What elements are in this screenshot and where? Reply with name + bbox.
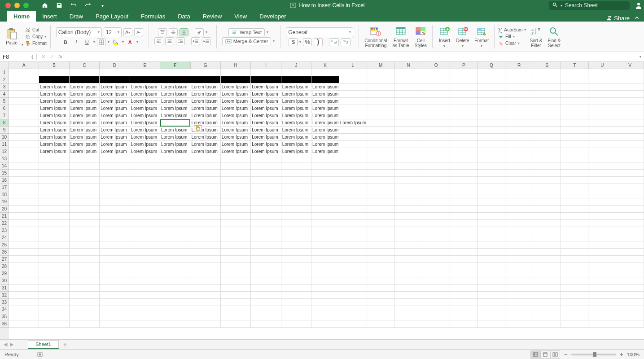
cell-C15[interactable] — [70, 170, 100, 177]
cell-B35[interactable] — [39, 313, 69, 320]
cell-I29[interactable] — [251, 270, 281, 277]
clear-button[interactable]: Clear▾ — [498, 40, 526, 47]
cell-O22[interactable] — [422, 220, 450, 227]
page-break-view-button[interactable] — [550, 350, 560, 359]
cell-J10[interactable]: Lorem Ipsum — [281, 134, 311, 141]
cell-L22[interactable] — [339, 220, 367, 227]
cell-I3[interactable]: Lorem Ipsum — [251, 83, 281, 91]
cell-N27[interactable] — [394, 256, 422, 263]
cell-H8[interactable]: Lorem Ipsum — [221, 119, 251, 127]
cell-M26[interactable] — [367, 249, 395, 256]
cell-L4[interactable] — [339, 91, 367, 98]
cell-N25[interactable] — [394, 241, 422, 249]
cell-I21[interactable] — [251, 213, 281, 220]
cell-B23[interactable] — [39, 227, 69, 234]
cell-R29[interactable] — [505, 270, 533, 277]
format-as-table-button[interactable]: Format as Table — [390, 25, 411, 49]
cell-P4[interactable] — [450, 91, 478, 98]
cell-U32[interactable] — [588, 292, 616, 299]
cell-F19[interactable] — [160, 198, 190, 206]
cell-Q20[interactable] — [478, 206, 505, 213]
cell-S24[interactable] — [533, 234, 561, 241]
cell-F22[interactable] — [160, 220, 190, 227]
cell-R28[interactable] — [505, 263, 533, 270]
cell-M30[interactable] — [367, 277, 395, 285]
cell-S7[interactable] — [533, 112, 561, 119]
cell-I32[interactable] — [251, 292, 281, 299]
cell-P34[interactable] — [450, 306, 478, 313]
bold-button[interactable]: B — [61, 38, 70, 46]
redo-icon[interactable] — [84, 2, 92, 9]
cell-Q4[interactable] — [478, 91, 505, 98]
align-right-button[interactable] — [176, 37, 185, 45]
cell-Q29[interactable] — [478, 270, 505, 277]
column-header-T[interactable]: T — [561, 62, 589, 69]
cell-E11[interactable]: Lorem Ipsum — [130, 141, 160, 148]
cell-G7[interactable]: Lorem Ipsum — [190, 112, 220, 119]
cell-N8[interactable] — [394, 119, 422, 127]
cell-K3[interactable]: Lorem Ipsum — [311, 83, 339, 91]
number-format-combo[interactable]: General▾ — [286, 27, 353, 37]
cell-M24[interactable] — [367, 234, 395, 241]
macro-record-icon[interactable] — [37, 351, 43, 358]
cell-D9[interactable]: Lorem Ipsum — [100, 127, 130, 134]
cell-T32[interactable] — [561, 292, 589, 299]
cell-G10[interactable]: Lorem Ipsum — [190, 134, 220, 141]
cell-C24[interactable] — [70, 234, 100, 241]
cell-M20[interactable] — [367, 206, 395, 213]
cell-J30[interactable] — [281, 277, 311, 285]
cell-K9[interactable]: Lorem Ipsum — [311, 127, 339, 134]
row-header-31[interactable]: 31 — [0, 285, 9, 292]
cell-D17[interactable] — [100, 184, 130, 191]
cell-A14[interactable] — [9, 162, 39, 170]
cell-Q17[interactable] — [478, 184, 505, 191]
cell-S20[interactable] — [533, 206, 561, 213]
cell-H11[interactable]: Lorem Ipsum — [221, 141, 251, 148]
cell-T10[interactable] — [561, 134, 589, 141]
cell-R5[interactable] — [505, 98, 533, 105]
cell-B11[interactable]: Lorem Ipsum — [39, 141, 69, 148]
cell-Q16[interactable] — [478, 177, 505, 184]
cell-P16[interactable] — [450, 177, 478, 184]
cell-V7[interactable] — [616, 112, 644, 119]
enter-formula-icon[interactable]: ✓ — [50, 54, 54, 60]
cell-Q12[interactable] — [478, 148, 505, 155]
cell-J25[interactable] — [281, 241, 311, 249]
cell-K31[interactable] — [311, 285, 339, 292]
cell-V8[interactable] — [616, 119, 644, 127]
cell-R8[interactable] — [505, 119, 533, 127]
cell-K14[interactable] — [311, 162, 339, 170]
row-header-25[interactable]: 25 — [0, 241, 9, 249]
cell-I31[interactable] — [251, 285, 281, 292]
cell-S22[interactable] — [533, 220, 561, 227]
cell-R3[interactable] — [505, 83, 533, 91]
cell-T24[interactable] — [561, 234, 589, 241]
cell-J34[interactable] — [281, 306, 311, 313]
cell-Q5[interactable] — [478, 98, 505, 105]
cell-T33[interactable] — [561, 299, 589, 306]
cell-E17[interactable] — [130, 184, 160, 191]
cell-I4[interactable]: Lorem Ipsum — [251, 91, 281, 98]
cell-R19[interactable] — [505, 198, 533, 206]
cell-C5[interactable]: Lorem Ipsum — [70, 98, 100, 105]
cell-F21[interactable] — [160, 213, 190, 220]
cell-A5[interactable] — [9, 98, 39, 105]
cell-L1[interactable] — [339, 69, 367, 76]
cell-U35[interactable] — [588, 313, 616, 320]
cell-I19[interactable] — [251, 198, 281, 206]
cell-T6[interactable] — [561, 105, 589, 112]
cell-D32[interactable] — [100, 292, 130, 299]
cell-S2[interactable] — [533, 76, 561, 83]
tab-review[interactable]: Review — [197, 11, 228, 22]
cell-P10[interactable] — [450, 134, 478, 141]
cell-F11[interactable]: Lorem Ipsum — [160, 141, 190, 148]
cell-H25[interactable] — [221, 241, 251, 249]
cell-T18[interactable] — [561, 191, 589, 198]
cell-C22[interactable] — [70, 220, 100, 227]
cell-M14[interactable] — [367, 162, 395, 170]
cell-Q14[interactable] — [478, 162, 505, 170]
cell-M35[interactable] — [367, 313, 395, 320]
merge-center-dropdown-icon[interactable]: ▾ — [273, 39, 275, 43]
cell-U3[interactable] — [588, 83, 616, 91]
cell-S25[interactable] — [533, 241, 561, 249]
